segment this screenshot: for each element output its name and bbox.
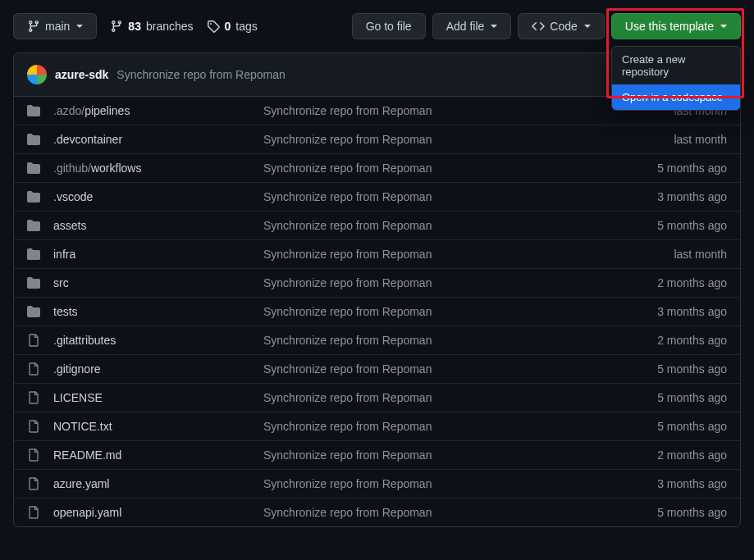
- folder-icon: [27, 219, 40, 232]
- file-name-prefix: .github/: [53, 162, 91, 175]
- file-commit-time: last month: [628, 133, 727, 146]
- file-name-text: azure.yaml: [53, 477, 109, 490]
- file-name-text: .devcontainer: [53, 133, 122, 146]
- file-commit-time: 3 months ago: [628, 477, 727, 490]
- file-commit-time: 3 months ago: [628, 305, 727, 318]
- file-commit-message[interactable]: Synchronize repo from Repoman: [263, 276, 615, 289]
- use-template-button[interactable]: Use this template: [611, 13, 741, 39]
- file-name-link[interactable]: .gitattributes: [53, 334, 250, 347]
- branches-label: branches: [146, 20, 194, 33]
- file-icon: [27, 506, 40, 519]
- file-name-text: LICENSE: [53, 391, 103, 404]
- file-row: .devcontainerSynchronize repo from Repom…: [14, 125, 740, 154]
- file-icon: [27, 477, 40, 490]
- file-name-text: tests: [53, 305, 78, 318]
- file-name-link[interactable]: .azdo/pipelines: [53, 104, 250, 117]
- file-name-link[interactable]: LICENSE: [53, 391, 250, 404]
- go-to-file-button[interactable]: Go to file: [352, 13, 426, 39]
- file-name-text: README.md: [53, 448, 121, 462]
- file-commit-time: 5 months ago: [628, 362, 727, 376]
- code-label: Code: [550, 20, 577, 33]
- use-template-dropdown: Create a new repository Open in a codesp…: [611, 46, 741, 111]
- file-name-link[interactable]: .vscode: [53, 190, 250, 203]
- file-commit-time: 5 months ago: [628, 391, 727, 404]
- file-name-link[interactable]: src: [53, 276, 250, 289]
- commit-author[interactable]: azure-sdk: [55, 68, 108, 81]
- branch-name: main: [45, 20, 70, 33]
- file-commit-message[interactable]: Synchronize repo from Repoman: [263, 190, 615, 203]
- file-row: azure.yamlSynchronize repo from Repoman3…: [14, 470, 740, 499]
- add-file-button[interactable]: Add file: [432, 13, 512, 39]
- file-commit-message[interactable]: Synchronize repo from Repoman: [263, 391, 615, 404]
- file-name-text: src: [53, 276, 69, 289]
- git-branch-icon: [110, 20, 123, 33]
- file-name-link[interactable]: .devcontainer: [53, 133, 250, 146]
- file-name-text: .vscode: [53, 190, 93, 203]
- file-commit-message[interactable]: Synchronize repo from Repoman: [263, 133, 615, 146]
- file-commit-time: 5 months ago: [628, 506, 727, 519]
- file-name-text: pipelines: [85, 104, 130, 117]
- file-commit-message[interactable]: Synchronize repo from Repoman: [263, 248, 615, 261]
- file-name-link[interactable]: openapi.yaml: [53, 506, 250, 519]
- folder-icon: [27, 162, 40, 175]
- file-commit-message[interactable]: Synchronize repo from Repoman: [263, 305, 615, 318]
- file-commit-message[interactable]: Synchronize repo from Repoman: [263, 219, 615, 232]
- file-commit-time: last month: [628, 248, 727, 261]
- commit-message[interactable]: Synchronize repo from Repoman: [117, 68, 285, 81]
- branch-selector-button[interactable]: main: [13, 13, 97, 39]
- file-row: LICENSESynchronize repo from Repoman5 mo…: [14, 384, 740, 412]
- use-template-label: Use this template: [625, 20, 714, 33]
- file-icon: [27, 448, 40, 462]
- file-row: infraSynchronize repo from Repomanlast m…: [14, 240, 740, 269]
- repo-toolbar: main 83 branches 0 tags Go to file Add f…: [13, 13, 741, 39]
- file-row: openapi.yamlSynchronize repo from Repoma…: [14, 499, 740, 526]
- caret-down-icon: [76, 25, 83, 28]
- tags-label: tags: [235, 20, 257, 33]
- folder-icon: [27, 104, 40, 117]
- folder-icon: [27, 248, 40, 261]
- file-name-link[interactable]: infra: [53, 248, 250, 261]
- file-row: .gitattributesSynchronize repo from Repo…: [14, 326, 740, 355]
- file-name-link[interactable]: tests: [53, 305, 250, 318]
- file-name-link[interactable]: .gitignore: [53, 362, 250, 376]
- author-avatar[interactable]: [27, 65, 47, 84]
- file-commit-time: 5 months ago: [628, 162, 727, 175]
- caret-down-icon: [720, 25, 727, 28]
- file-commit-message[interactable]: Synchronize repo from Repoman: [263, 362, 615, 376]
- file-commit-message[interactable]: Synchronize repo from Repoman: [263, 162, 615, 175]
- file-rows-container: .azdo/pipelinesSynchronize repo from Rep…: [14, 97, 740, 526]
- file-commit-message[interactable]: Synchronize repo from Repoman: [263, 334, 615, 347]
- file-name-link[interactable]: assets: [53, 219, 250, 232]
- tags-link[interactable]: 0 tags: [207, 20, 258, 33]
- file-name-link[interactable]: NOTICE.txt: [53, 420, 250, 433]
- file-name-link[interactable]: azure.yaml: [53, 477, 250, 490]
- file-commit-message[interactable]: Synchronize repo from Repoman: [263, 104, 615, 117]
- dropdown-item-open-codespace[interactable]: Open in a codespace: [612, 84, 740, 110]
- file-name-text: workflows: [91, 162, 141, 175]
- file-row: .gitignoreSynchronize repo from Repoman5…: [14, 355, 740, 384]
- file-commit-message[interactable]: Synchronize repo from Repoman: [263, 506, 615, 519]
- add-file-label: Add file: [446, 20, 485, 33]
- dropdown-item-create-repo[interactable]: Create a new repository: [612, 47, 740, 84]
- file-commit-message[interactable]: Synchronize repo from Repoman: [263, 420, 615, 433]
- file-commit-message[interactable]: Synchronize repo from Repoman: [263, 448, 615, 462]
- file-name-link[interactable]: .github/workflows: [53, 162, 250, 175]
- file-commit-time: 2 months ago: [628, 276, 727, 289]
- file-listing-box: azure-sdk Synchronize repo from Repoman …: [13, 52, 741, 527]
- code-icon: [532, 20, 545, 33]
- file-commit-message[interactable]: Synchronize repo from Repoman: [263, 477, 615, 490]
- branches-link[interactable]: 83 branches: [110, 20, 193, 33]
- branches-tags-info: 83 branches 0 tags: [110, 20, 257, 33]
- file-name-text: openapi.yaml: [53, 506, 121, 519]
- file-name-link[interactable]: README.md: [53, 448, 250, 462]
- folder-icon: [27, 305, 40, 318]
- file-row: srcSynchronize repo from Repoman2 months…: [14, 269, 740, 298]
- file-row: .vscodeSynchronize repo from Repoman3 mo…: [14, 183, 740, 212]
- file-name-text: infra: [53, 248, 75, 261]
- git-branch-icon: [27, 20, 40, 33]
- file-name-text: .gitignore: [53, 362, 101, 376]
- file-icon: [27, 334, 40, 347]
- code-button[interactable]: Code: [518, 13, 604, 39]
- folder-icon: [27, 190, 40, 203]
- file-name-text: .gitattributes: [53, 334, 116, 347]
